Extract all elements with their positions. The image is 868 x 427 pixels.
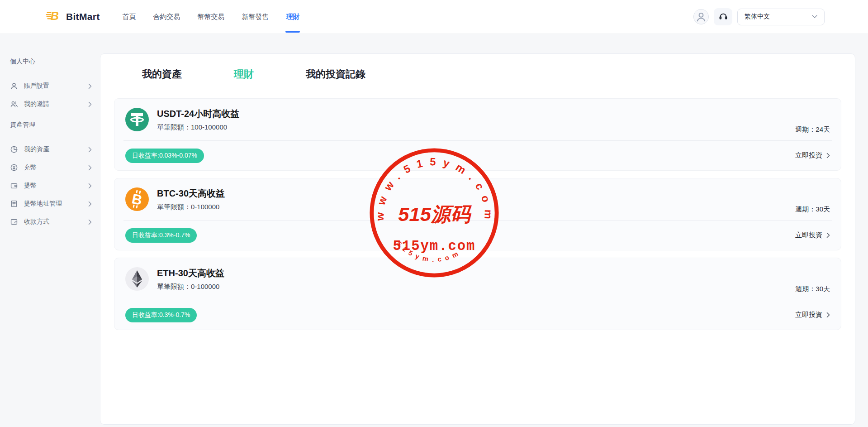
- limit-label: 單筆限額：: [157, 123, 191, 131]
- daily-rate-badge: 日收益率:0.3%-0.7%: [125, 308, 197, 322]
- chevron-right-icon: [826, 232, 830, 238]
- period-value: 30天: [816, 205, 830, 213]
- brand-logo[interactable]: B BitMart: [45, 8, 100, 26]
- product-card-usdt: USDT-24小时高收益 單筆限額：100-100000 週期：24天 日收益率…: [114, 98, 841, 171]
- period-label: 週期：: [795, 285, 816, 293]
- main-nav: 首頁 合約交易 幣幣交易 新幣發售 理財: [122, 0, 299, 34]
- product-limit: 單筆限額：0-100000: [157, 203, 225, 211]
- card-bottom-row: 日收益率:0.3%-0.7% 立即投資: [114, 221, 841, 250]
- chevron-right-icon: [88, 201, 92, 207]
- bitmart-logo-icon: B: [45, 8, 62, 26]
- sidebar-item-label: 提幣: [24, 182, 37, 190]
- chevron-right-icon: [88, 147, 92, 153]
- product-card-btc: B BTC-30天高收益 單筆限額：0-100000 週期：30天: [114, 178, 841, 250]
- chevron-right-icon: [88, 183, 92, 189]
- chevron-right-icon: [88, 101, 92, 107]
- nav-item-new-coin-sale[interactable]: 新幣發售: [242, 0, 269, 34]
- sidebar-item-label: 充幣: [24, 163, 37, 172]
- product-list: USDT-24小时高收益 單筆限額：100-100000 週期：24天 日收益率…: [114, 98, 841, 330]
- deposit-coin-icon: [10, 163, 18, 172]
- period-label: 週期：: [795, 205, 816, 213]
- card-top-row: ETH-30天高收益 單筆限額：0-100000 週期：30天: [114, 258, 841, 300]
- card-top-row: B BTC-30天高收益 單筆限額：0-100000 週期：30天: [114, 178, 841, 220]
- limit-value: 0-100000: [191, 283, 219, 290]
- chevron-right-icon: [826, 312, 830, 318]
- limit-label: 單筆限額：: [157, 283, 191, 290]
- sidebar-item-my-assets[interactable]: 我的資產: [10, 140, 92, 158]
- language-selector[interactable]: 繁体中文: [737, 9, 825, 25]
- sidebar-item-label: 賬戶設置: [24, 82, 49, 90]
- invest-now-button[interactable]: 立即投資: [795, 311, 830, 319]
- support-button[interactable]: [714, 8, 732, 25]
- brand-name: BitMart: [66, 11, 100, 22]
- sidebar-item-withdraw[interactable]: 提幣: [10, 177, 92, 195]
- address-list-icon: [10, 200, 18, 208]
- product-card-eth: ETH-30天高收益 單筆限額：0-100000 週期：30天 日收益率:0.3…: [114, 258, 841, 330]
- nav-item-home[interactable]: 首頁: [122, 0, 136, 34]
- sidebar-item-withdraw-address-management[interactable]: 提幣地址管理: [10, 195, 92, 213]
- sidebar-item-account-settings[interactable]: 賬戶設置: [10, 77, 92, 95]
- daily-rate-badge: 日收益率:0.3%-0.7%: [125, 228, 197, 243]
- users-icon: [10, 100, 18, 108]
- product-title: USDT-24小时高收益: [157, 108, 239, 120]
- product-limit: 單筆限額：100-100000: [157, 123, 239, 132]
- sidebar-item-label: 提幣地址管理: [24, 200, 62, 208]
- sidebar: 個人中心 賬戶設置 我的邀請: [0, 34, 100, 235]
- usdt-coin-icon: [125, 108, 149, 131]
- chevron-right-icon: [88, 83, 92, 89]
- tab-my-investment-records[interactable]: 我的投資記錄: [306, 67, 365, 81]
- header-right-actions: 繁体中文: [693, 8, 825, 25]
- pie-chart-icon: [10, 145, 18, 154]
- period-label: 週期：: [795, 125, 816, 133]
- tab-my-assets[interactable]: 我的資產: [142, 67, 182, 81]
- chevron-right-icon: [826, 153, 830, 158]
- nav-item-contract-trade[interactable]: 合約交易: [153, 0, 180, 34]
- tab-wealth[interactable]: 理財: [234, 67, 254, 81]
- sidebar-item-payment-method[interactable]: 收款方式: [10, 213, 92, 231]
- nav-item-spot-trade[interactable]: 幣幣交易: [197, 0, 224, 34]
- product-title: ETH-30天高收益: [157, 267, 224, 279]
- svg-text:B: B: [51, 10, 59, 22]
- top-header: B BitMart 首頁 合約交易 幣幣交易 新幣發售 理財 繁体中文: [0, 0, 868, 34]
- sidebar-item-label: 收款方式: [24, 218, 49, 226]
- headset-icon: [718, 12, 728, 22]
- card-bottom-row: 日收益率:0.3%-0.7% 立即投資: [114, 300, 841, 330]
- product-limit: 單筆限額：0-100000: [157, 283, 224, 291]
- eth-coin-icon: [125, 267, 149, 291]
- chevron-right-icon: [88, 165, 92, 171]
- invest-label: 立即投資: [795, 231, 822, 240]
- payment-card-icon: [10, 218, 18, 226]
- period-value: 24天: [816, 125, 830, 133]
- wealth-panel: 我的資產 理財 我的投資記錄 USDT-24: [100, 53, 855, 425]
- sidebar-item-label: 我的邀請: [24, 100, 49, 108]
- period-value: 30天: [816, 285, 830, 293]
- product-title: BTC-30天高收益: [157, 187, 225, 200]
- user-avatar[interactable]: [693, 9, 709, 24]
- limit-value: 100-100000: [191, 123, 227, 131]
- product-period: 週期：30天: [795, 205, 830, 214]
- sidebar-section-personal-center: 個人中心: [10, 57, 92, 65]
- chevron-right-icon: [88, 219, 92, 225]
- btc-coin-icon: B: [125, 187, 149, 211]
- daily-rate-badge: 日收益率:0.03%-0.07%: [125, 149, 204, 163]
- card-top-row: USDT-24小时高收益 單筆限額：100-100000 週期：24天: [114, 99, 841, 140]
- limit-value: 0-100000: [191, 203, 219, 211]
- sidebar-item-label: 我的資產: [24, 145, 49, 154]
- language-value: 繁体中文: [745, 13, 770, 21]
- card-bottom-row: 日收益率:0.03%-0.07% 立即投資: [114, 141, 841, 170]
- chevron-down-icon: [812, 15, 817, 19]
- product-period: 週期：30天: [795, 285, 830, 293]
- sidebar-item-deposit[interactable]: 充幣: [10, 158, 92, 177]
- sidebar-section-asset-management: 資產管理: [10, 120, 92, 129]
- product-period: 週期：24天: [795, 125, 830, 134]
- user-icon: [10, 82, 18, 90]
- invest-label: 立即投資: [795, 311, 822, 319]
- wallet-icon: [10, 182, 18, 190]
- limit-label: 單筆限額：: [157, 203, 191, 211]
- invest-now-button[interactable]: 立即投資: [795, 151, 830, 160]
- nav-item-wealth[interactable]: 理財: [286, 0, 299, 34]
- wealth-tabs: 我的資產 理財 我的投資記錄: [114, 67, 841, 81]
- invest-now-button[interactable]: 立即投資: [795, 231, 830, 240]
- person-icon: [694, 9, 708, 24]
- sidebar-item-my-invitation[interactable]: 我的邀請: [10, 95, 92, 113]
